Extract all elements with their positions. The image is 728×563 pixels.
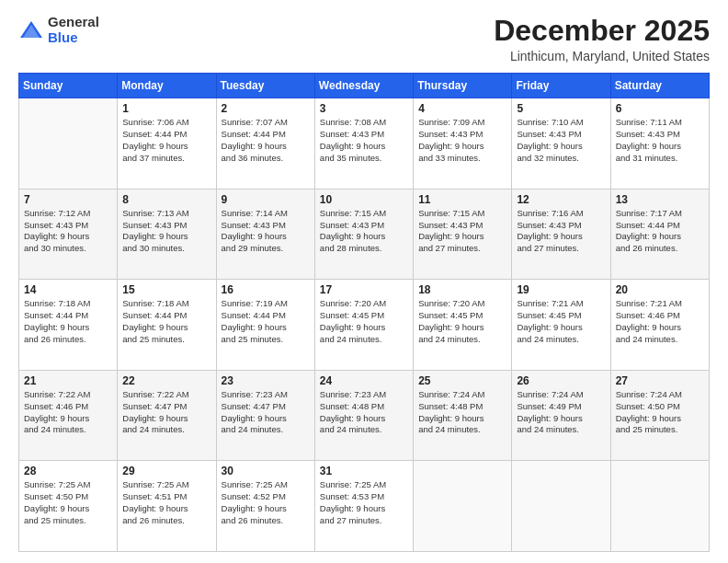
day-number: 13 [616, 193, 704, 206]
day-number: 25 [418, 374, 506, 387]
calendar-cell: 3Sunrise: 7:08 AM Sunset: 4:43 PM Daylig… [314, 98, 413, 190]
cell-info: Sunrise: 7:24 AM Sunset: 4:49 PM Dayligh… [517, 389, 605, 436]
calendar-cell: 14Sunrise: 7:18 AM Sunset: 4:44 PM Dayli… [19, 280, 118, 371]
cell-info: Sunrise: 7:10 AM Sunset: 4:43 PM Dayligh… [517, 117, 605, 164]
calendar-cell: 22Sunrise: 7:22 AM Sunset: 4:47 PM Dayli… [118, 370, 216, 461]
cell-info: Sunrise: 7:18 AM Sunset: 4:44 PM Dayligh… [24, 298, 112, 345]
day-number: 2 [222, 102, 310, 115]
day-number: 1 [122, 102, 210, 115]
day-number: 16 [222, 283, 310, 296]
day-number: 4 [418, 102, 506, 115]
calendar-week-row: 14Sunrise: 7:18 AM Sunset: 4:44 PM Dayli… [19, 280, 710, 371]
day-number: 7 [24, 193, 112, 206]
day-number: 6 [616, 102, 704, 115]
calendar-cell [414, 461, 512, 552]
calendar-cell: 27Sunrise: 7:24 AM Sunset: 4:50 PM Dayli… [610, 370, 709, 461]
cell-info: Sunrise: 7:20 AM Sunset: 4:45 PM Dayligh… [418, 298, 506, 345]
logo: General Blue [18, 15, 99, 45]
cell-info: Sunrise: 7:23 AM Sunset: 4:48 PM Dayligh… [320, 389, 408, 436]
calendar-cell: 6Sunrise: 7:11 AM Sunset: 4:43 PM Daylig… [610, 98, 709, 190]
cell-info: Sunrise: 7:24 AM Sunset: 4:50 PM Dayligh… [616, 389, 704, 436]
calendar-cell: 16Sunrise: 7:19 AM Sunset: 4:44 PM Dayli… [216, 280, 314, 371]
calendar-cell: 7Sunrise: 7:12 AM Sunset: 4:43 PM Daylig… [19, 189, 118, 280]
calendar-week-row: 21Sunrise: 7:22 AM Sunset: 4:46 PM Dayli… [19, 370, 710, 461]
calendar-cell: 8Sunrise: 7:13 AM Sunset: 4:43 PM Daylig… [118, 189, 216, 280]
calendar-header-sunday: Sunday [19, 74, 118, 98]
day-number: 10 [320, 193, 408, 206]
day-number: 9 [222, 193, 310, 206]
calendar-cell: 13Sunrise: 7:17 AM Sunset: 4:44 PM Dayli… [610, 189, 709, 280]
cell-info: Sunrise: 7:22 AM Sunset: 4:47 PM Dayligh… [122, 389, 210, 436]
cell-info: Sunrise: 7:25 AM Sunset: 4:53 PM Dayligh… [320, 479, 408, 526]
cell-info: Sunrise: 7:11 AM Sunset: 4:43 PM Dayligh… [616, 117, 704, 164]
calendar-cell: 21Sunrise: 7:22 AM Sunset: 4:46 PM Dayli… [19, 370, 118, 461]
calendar-cell: 31Sunrise: 7:25 AM Sunset: 4:53 PM Dayli… [314, 461, 413, 552]
cell-info: Sunrise: 7:20 AM Sunset: 4:45 PM Dayligh… [320, 298, 408, 345]
calendar-week-row: 28Sunrise: 7:25 AM Sunset: 4:50 PM Dayli… [19, 461, 710, 552]
day-number: 29 [122, 465, 210, 477]
logo-icon [18, 17, 44, 43]
day-number: 26 [517, 374, 605, 387]
cell-info: Sunrise: 7:14 AM Sunset: 4:43 PM Dayligh… [222, 208, 310, 255]
cell-info: Sunrise: 7:09 AM Sunset: 4:43 PM Dayligh… [418, 117, 506, 164]
calendar-cell: 4Sunrise: 7:09 AM Sunset: 4:43 PM Daylig… [414, 98, 512, 190]
cell-info: Sunrise: 7:25 AM Sunset: 4:50 PM Dayligh… [24, 479, 112, 526]
cell-info: Sunrise: 7:21 AM Sunset: 4:45 PM Dayligh… [517, 298, 605, 345]
calendar-cell: 11Sunrise: 7:15 AM Sunset: 4:43 PM Dayli… [414, 189, 512, 280]
cell-info: Sunrise: 7:23 AM Sunset: 4:47 PM Dayligh… [222, 389, 310, 436]
calendar-cell: 28Sunrise: 7:25 AM Sunset: 4:50 PM Dayli… [19, 461, 118, 552]
cell-info: Sunrise: 7:25 AM Sunset: 4:51 PM Dayligh… [122, 479, 210, 526]
day-number: 28 [24, 465, 112, 477]
day-number: 27 [616, 374, 704, 387]
day-number: 17 [320, 283, 408, 296]
day-number: 15 [122, 283, 210, 296]
cell-info: Sunrise: 7:15 AM Sunset: 4:43 PM Dayligh… [418, 208, 506, 255]
cell-info: Sunrise: 7:12 AM Sunset: 4:43 PM Dayligh… [24, 208, 112, 255]
day-number: 14 [24, 283, 112, 296]
calendar-cell: 26Sunrise: 7:24 AM Sunset: 4:49 PM Dayli… [512, 370, 610, 461]
calendar-cell: 17Sunrise: 7:20 AM Sunset: 4:45 PM Dayli… [314, 280, 413, 371]
calendar-header-row: SundayMondayTuesdayWednesdayThursdayFrid… [19, 74, 710, 98]
cell-info: Sunrise: 7:21 AM Sunset: 4:46 PM Dayligh… [616, 298, 704, 345]
day-number: 20 [616, 283, 704, 296]
cell-info: Sunrise: 7:07 AM Sunset: 4:44 PM Dayligh… [222, 117, 310, 164]
calendar-cell: 1Sunrise: 7:06 AM Sunset: 4:44 PM Daylig… [118, 98, 216, 190]
cell-info: Sunrise: 7:17 AM Sunset: 4:44 PM Dayligh… [616, 208, 704, 255]
calendar-header-saturday: Saturday [610, 74, 709, 98]
calendar-table: SundayMondayTuesdayWednesdayThursdayFrid… [18, 73, 710, 552]
calendar-cell: 23Sunrise: 7:23 AM Sunset: 4:47 PM Dayli… [216, 370, 314, 461]
calendar-header-monday: Monday [118, 74, 216, 98]
calendar-header-thursday: Thursday [414, 74, 512, 98]
day-number: 5 [517, 102, 605, 115]
day-number: 23 [222, 374, 310, 387]
calendar-cell: 2Sunrise: 7:07 AM Sunset: 4:44 PM Daylig… [216, 98, 314, 190]
day-number: 22 [122, 374, 210, 387]
header: General Blue December 2025 Linthicum, Ma… [18, 15, 710, 63]
calendar-cell: 18Sunrise: 7:20 AM Sunset: 4:45 PM Dayli… [414, 280, 512, 371]
calendar-week-row: 7Sunrise: 7:12 AM Sunset: 4:43 PM Daylig… [19, 189, 710, 280]
day-number: 24 [320, 374, 408, 387]
cell-info: Sunrise: 7:15 AM Sunset: 4:43 PM Dayligh… [320, 208, 408, 255]
calendar-header-tuesday: Tuesday [216, 74, 314, 98]
day-number: 18 [418, 283, 506, 296]
cell-info: Sunrise: 7:24 AM Sunset: 4:48 PM Dayligh… [418, 389, 506, 436]
calendar-cell: 25Sunrise: 7:24 AM Sunset: 4:48 PM Dayli… [414, 370, 512, 461]
title-block: December 2025 Linthicum, Maryland, Unite… [494, 15, 710, 63]
day-number: 31 [320, 465, 408, 477]
cell-info: Sunrise: 7:25 AM Sunset: 4:52 PM Dayligh… [222, 479, 310, 526]
cell-info: Sunrise: 7:06 AM Sunset: 4:44 PM Dayligh… [122, 117, 210, 164]
day-number: 12 [517, 193, 605, 206]
calendar-week-row: 1Sunrise: 7:06 AM Sunset: 4:44 PM Daylig… [19, 98, 710, 190]
location: Linthicum, Maryland, United States [494, 49, 710, 63]
calendar-cell: 20Sunrise: 7:21 AM Sunset: 4:46 PM Dayli… [610, 280, 709, 371]
day-number: 8 [122, 193, 210, 206]
calendar-cell [610, 461, 709, 552]
calendar-cell: 10Sunrise: 7:15 AM Sunset: 4:43 PM Dayli… [314, 189, 413, 280]
cell-info: Sunrise: 7:08 AM Sunset: 4:43 PM Dayligh… [320, 117, 408, 164]
cell-info: Sunrise: 7:13 AM Sunset: 4:43 PM Dayligh… [122, 208, 210, 255]
calendar-cell: 5Sunrise: 7:10 AM Sunset: 4:43 PM Daylig… [512, 98, 610, 190]
calendar-header-friday: Friday [512, 74, 610, 98]
calendar-cell: 30Sunrise: 7:25 AM Sunset: 4:52 PM Dayli… [216, 461, 314, 552]
cell-info: Sunrise: 7:22 AM Sunset: 4:46 PM Dayligh… [24, 389, 112, 436]
calendar-cell: 19Sunrise: 7:21 AM Sunset: 4:45 PM Dayli… [512, 280, 610, 371]
